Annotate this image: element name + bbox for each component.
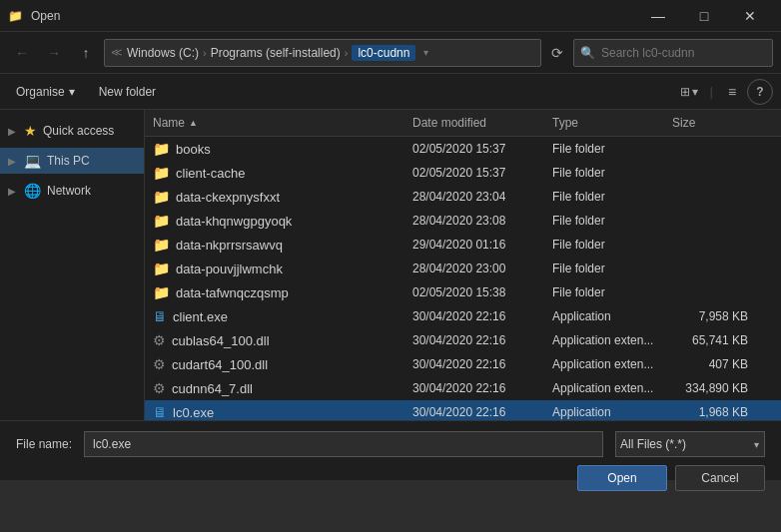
- file-size: [664, 243, 764, 247]
- computer-icon: 💻: [24, 153, 41, 169]
- file-name: data-ckexpnysfxxt: [176, 190, 280, 205]
- secondary-toolbar: Organise ▾ New folder ⊞ ▾ | ≡ ?: [0, 74, 781, 110]
- sort-indicator: ▲: [189, 118, 198, 128]
- file-type: File folder: [544, 283, 664, 301]
- file-size: [664, 195, 764, 199]
- network-label: Network: [47, 184, 91, 198]
- file-name-cell: 📁 data-nkprrsrsawvq: [145, 235, 404, 255]
- new-folder-label: New folder: [99, 85, 156, 99]
- file-size: [664, 147, 764, 151]
- column-header-date[interactable]: Date modified: [404, 110, 544, 136]
- file-date: 28/04/2020 23:08: [404, 212, 544, 230]
- file-name: client-cache: [176, 166, 245, 181]
- column-header-size[interactable]: Size: [664, 110, 764, 136]
- view-details-button[interactable]: ≡: [719, 79, 745, 105]
- file-name-cell: 📁 data-tafwnqczqsmp: [145, 282, 404, 302]
- file-name-cell: 📁 data-pouvjjlwmchk: [145, 259, 404, 278]
- breadcrumb-part-1: Windows (C:): [127, 46, 199, 60]
- action-row: Open Cancel: [0, 461, 781, 495]
- table-row[interactable]: 📁 client-cache 02/05/2020 15:37 File fol…: [145, 161, 781, 185]
- file-name-cell: 📁 data-ckexpnysfxxt: [145, 187, 404, 207]
- file-date: 30/04/2020 22:16: [404, 403, 544, 420]
- file-date: 30/04/2020 22:16: [404, 355, 544, 373]
- file-size: [664, 266, 764, 270]
- column-type-label: Type: [552, 116, 578, 130]
- sort-button[interactable]: ⊞ ▾: [674, 81, 704, 103]
- table-row[interactable]: ⚙ cudart64_100.dll 30/04/2020 22:16 Appl…: [145, 352, 781, 376]
- refresh-button[interactable]: ⟳: [545, 41, 569, 65]
- file-type: File folder: [544, 236, 664, 254]
- organise-arrow-icon: ▾: [69, 85, 75, 99]
- file-type: File folder: [544, 260, 664, 277]
- address-bar[interactable]: ≪ Windows (C:) › Programs (self-installe…: [104, 39, 541, 67]
- network-section: ▶ 🌐 Network: [0, 178, 144, 204]
- navigation-toolbar: ← → ↑ ≪ Windows (C:) › Programs (self-in…: [0, 32, 781, 74]
- file-size: 334,890 KB: [664, 379, 764, 397]
- minimize-button[interactable]: —: [635, 0, 681, 32]
- column-header-type[interactable]: Type: [544, 110, 664, 136]
- close-button[interactable]: ✕: [727, 0, 773, 32]
- file-name-cell: 🖥 lc0.exe: [145, 402, 404, 420]
- back-button[interactable]: ←: [8, 39, 36, 67]
- dll-icon: ⚙: [153, 332, 166, 348]
- help-button[interactable]: ?: [747, 79, 773, 105]
- file-type: File folder: [544, 164, 664, 182]
- file-name-cell: ⚙ cublas64_100.dll: [145, 330, 404, 350]
- file-type: Application exten...: [544, 331, 664, 349]
- title-bar: 📁 Open — □ ✕: [0, 0, 781, 32]
- forward-button[interactable]: →: [40, 39, 68, 67]
- main-area: ▶ ★ Quick access ▶ 💻 This PC ▶ 🌐 Network…: [0, 110, 781, 420]
- quick-access-section: ▶ ★ Quick access: [0, 118, 144, 144]
- column-header-name[interactable]: Name ▲: [145, 110, 404, 136]
- this-pc-expand-icon: ▶: [8, 156, 16, 167]
- table-row[interactable]: 🖥 lc0.exe 30/04/2020 22:16 Application 1…: [145, 400, 781, 420]
- title-bar-controls: — □ ✕: [635, 0, 773, 32]
- cancel-button[interactable]: Cancel: [675, 465, 765, 491]
- folder-icon: 📁: [153, 284, 170, 300]
- table-row[interactable]: 📁 data-pouvjjlwmchk 28/04/2020 23:00 Fil…: [145, 257, 781, 280]
- table-row[interactable]: 🖥 client.exe 30/04/2020 22:16 Applicatio…: [145, 304, 781, 328]
- file-size: [664, 219, 764, 223]
- file-name: cublas64_100.dll: [172, 333, 270, 348]
- file-date: 30/04/2020 22:16: [404, 307, 544, 325]
- network-icon: 🌐: [24, 183, 41, 199]
- maximize-button[interactable]: □: [681, 0, 727, 32]
- this-pc-section: ▶ 💻 This PC: [0, 148, 144, 174]
- new-folder-button[interactable]: New folder: [91, 81, 164, 103]
- up-button[interactable]: ↑: [72, 39, 100, 67]
- open-button[interactable]: Open: [577, 465, 667, 491]
- table-row[interactable]: 📁 data-nkprrsrsawvq 29/04/2020 01:16 Fil…: [145, 233, 781, 257]
- table-row[interactable]: ⚙ cublas64_100.dll 30/04/2020 22:16 Appl…: [145, 328, 781, 352]
- table-row[interactable]: ⚙ cudnn64_7.dll 30/04/2020 22:16 Applica…: [145, 376, 781, 400]
- file-name: books: [176, 142, 211, 157]
- quick-access-expand-icon: ▶: [8, 126, 16, 137]
- filetype-wrapper: All Files (*.*)Applications (*.exe)All f…: [615, 431, 765, 457]
- table-row[interactable]: 📁 books 02/05/2020 15:37 File folder: [145, 137, 781, 161]
- sidebar-item-this-pc[interactable]: ▶ 💻 This PC: [0, 148, 144, 174]
- file-type: File folder: [544, 188, 664, 206]
- star-icon: ★: [24, 123, 37, 139]
- file-type: Application exten...: [544, 379, 664, 397]
- table-row[interactable]: 📁 data-ckexpnysfxxt 28/04/2020 23:04 Fil…: [145, 185, 781, 209]
- sidebar-item-quick-access[interactable]: ▶ ★ Quick access: [0, 118, 144, 144]
- dialog-icon: 📁: [8, 9, 23, 23]
- filetype-select[interactable]: All Files (*.*)Applications (*.exe)All f…: [615, 431, 765, 457]
- file-name-cell: 📁 data-khqnwgpgyoqk: [145, 211, 404, 231]
- table-row[interactable]: 📁 data-khqnwgpgyoqk 28/04/2020 23:08 Fil…: [145, 209, 781, 233]
- search-input[interactable]: [601, 46, 766, 60]
- search-icon: 🔍: [580, 46, 595, 60]
- filename-label: File name:: [16, 437, 72, 451]
- filename-input[interactable]: [84, 431, 603, 457]
- file-date: 02/05/2020 15:37: [404, 164, 544, 182]
- file-name: cudnn64_7.dll: [172, 381, 253, 396]
- exe-icon: 🖥: [153, 404, 167, 420]
- organise-button[interactable]: Organise ▾: [8, 81, 83, 103]
- dll-icon: ⚙: [153, 380, 166, 396]
- sidebar-item-network[interactable]: ▶ 🌐 Network: [0, 178, 144, 204]
- table-row[interactable]: 📁 data-tafwnqczqsmp 02/05/2020 15:38 Fil…: [145, 280, 781, 304]
- folder-icon: 📁: [153, 261, 170, 276]
- file-name: client.exe: [173, 309, 228, 324]
- this-pc-label: This PC: [47, 154, 90, 168]
- view-controls: ⊞ ▾ | ≡ ?: [674, 79, 773, 105]
- folder-icon: 📁: [153, 189, 170, 205]
